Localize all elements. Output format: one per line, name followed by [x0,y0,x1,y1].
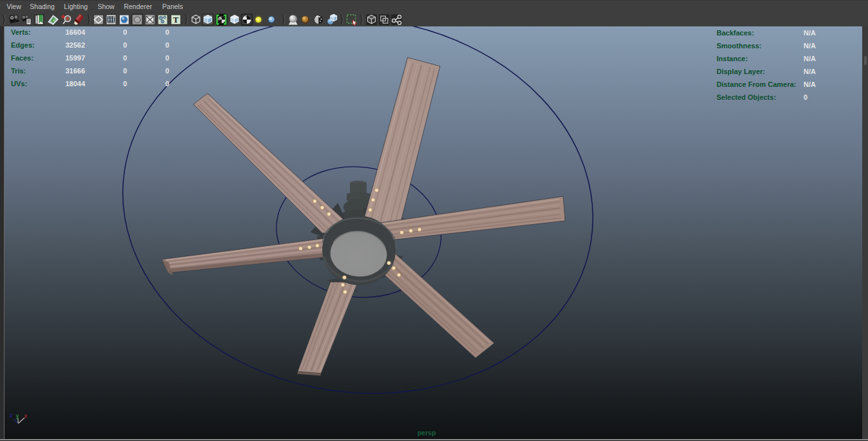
svg-text:y: y [16,413,19,419]
svg-text:x: x [24,413,28,419]
svg-text:T: T [173,15,178,24]
svg-text:z: z [10,412,12,418]
